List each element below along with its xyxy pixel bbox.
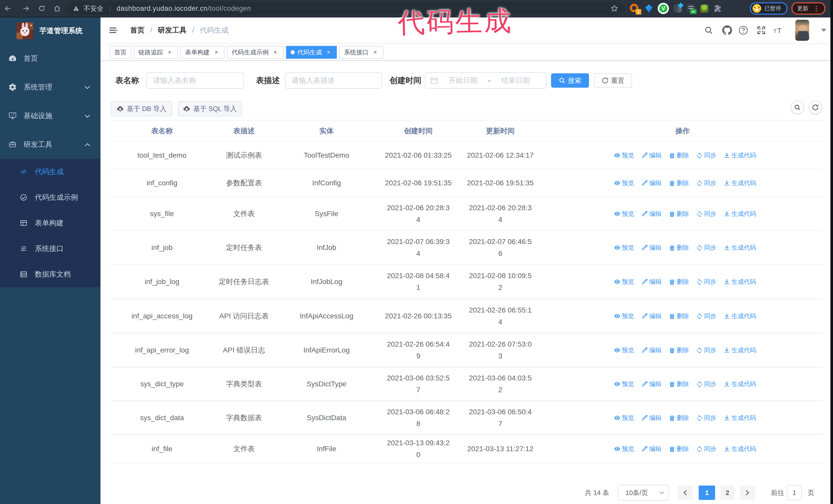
svg-text:T: T <box>777 27 782 34</box>
svg-text:T: T <box>774 28 777 34</box>
svg-text:!: ! <box>76 7 77 11</box>
